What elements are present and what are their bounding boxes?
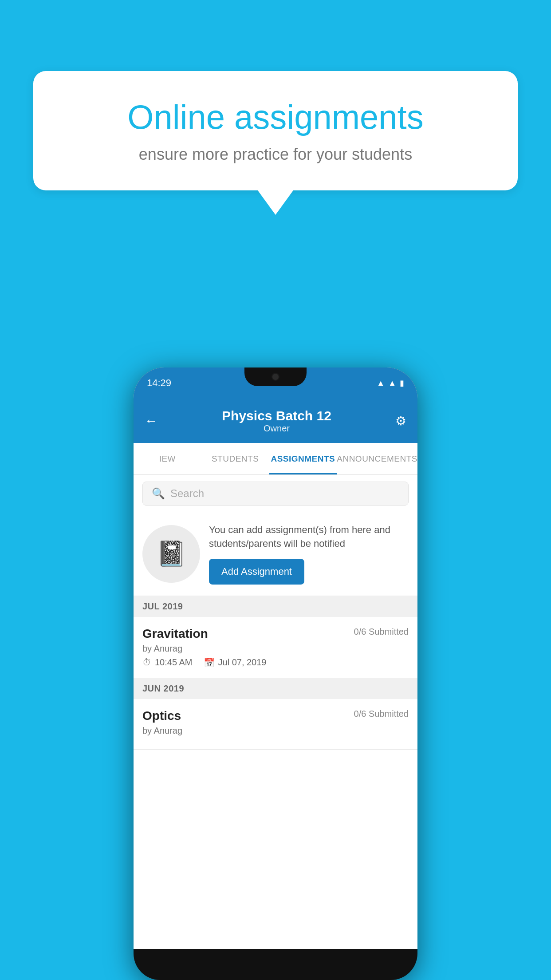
header-subtitle: Owner — [222, 423, 331, 434]
search-bar[interactable]: 🔍 Search — [142, 482, 409, 506]
assignment-prompt-description: You can add assignment(s) from here and … — [209, 523, 409, 551]
search-bar-container: 🔍 Search — [134, 475, 417, 512]
phone-inner: 14:29 ▲ ▲ ▮ ← Physics Batch 12 Owner ⚙ I… — [134, 368, 417, 949]
assignment-item-gravitation[interactable]: Gravitation 0/6 Submitted by Anurag ⏱ 10… — [134, 617, 417, 678]
speech-bubble-container: Online assignments ensure more practice … — [33, 71, 518, 215]
assignment-prompt-text: You can add assignment(s) from here and … — [209, 523, 409, 585]
speech-bubble: Online assignments ensure more practice … — [33, 71, 518, 190]
back-button[interactable]: ← — [145, 413, 158, 428]
calendar-icon: 📅 — [204, 657, 215, 668]
status-time: 14:29 — [147, 377, 171, 389]
settings-button[interactable]: ⚙ — [395, 414, 406, 428]
app-header: ← Physics Batch 12 Owner ⚙ — [134, 399, 417, 443]
phone-notch — [244, 368, 307, 386]
signal-icon: ▲ — [388, 379, 396, 388]
search-icon: 🔍 — [152, 487, 165, 500]
tab-iew[interactable]: IEW — [134, 443, 201, 474]
bubble-subtitle: ensure more practice for your students — [64, 145, 487, 164]
battery-icon: ▮ — [400, 378, 404, 388]
phone-frame: 14:29 ▲ ▲ ▮ ← Physics Batch 12 Owner ⚙ I… — [134, 368, 417, 980]
notebook-icon: 📓 — [156, 539, 187, 568]
status-bar: 14:29 ▲ ▲ ▮ — [134, 368, 417, 399]
assignment-by: by Anurag — [142, 644, 409, 654]
header-title-area: Physics Batch 12 Owner — [222, 408, 331, 434]
section-header-jun: JUN 2019 — [134, 678, 417, 699]
assignment-date: Jul 07, 2019 — [218, 657, 267, 668]
assignment-item-optics[interactable]: Optics 0/6 Submitted by Anurag — [134, 699, 417, 750]
wifi-icon: ▲ — [377, 379, 385, 388]
assignment-item-optics-top: Optics 0/6 Submitted — [142, 709, 409, 723]
assignment-optics-name: Optics — [142, 709, 181, 723]
tab-assignments[interactable]: ASSIGNMENTS — [269, 443, 337, 474]
tab-announcements[interactable]: ANNOUNCEMENTS — [337, 443, 417, 474]
front-camera — [272, 373, 279, 381]
assignment-optics-submitted: 0/6 Submitted — [354, 709, 409, 719]
section-header-jul: JUL 2019 — [134, 596, 417, 617]
tabs-bar: IEW STUDENTS ASSIGNMENTS ANNOUNCEMENTS — [134, 443, 417, 475]
bubble-title: Online assignments — [64, 98, 487, 136]
assignment-icon-circle: 📓 — [142, 525, 200, 583]
meta-date: 📅 Jul 07, 2019 — [204, 657, 267, 668]
status-icons: ▲ ▲ ▮ — [377, 378, 404, 388]
header-title: Physics Batch 12 — [222, 408, 331, 423]
assignment-time: 10:45 AM — [155, 657, 193, 668]
assignment-submitted: 0/6 Submitted — [354, 627, 409, 637]
assignment-name: Gravitation — [142, 627, 208, 641]
tab-students[interactable]: STUDENTS — [201, 443, 269, 474]
assignment-optics-by: by Anurag — [142, 726, 409, 736]
assignment-meta: ⏱ 10:45 AM 📅 Jul 07, 2019 — [142, 657, 409, 668]
clock-icon: ⏱ — [142, 657, 151, 668]
add-assignment-button[interactable]: Add Assignment — [209, 559, 304, 585]
assignment-item-top: Gravitation 0/6 Submitted — [142, 627, 409, 641]
add-assignment-prompt: 📓 You can add assignment(s) from here an… — [134, 512, 417, 596]
search-input[interactable]: Search — [170, 487, 204, 500]
speech-bubble-tail — [258, 190, 293, 215]
meta-time: ⏱ 10:45 AM — [142, 657, 193, 668]
